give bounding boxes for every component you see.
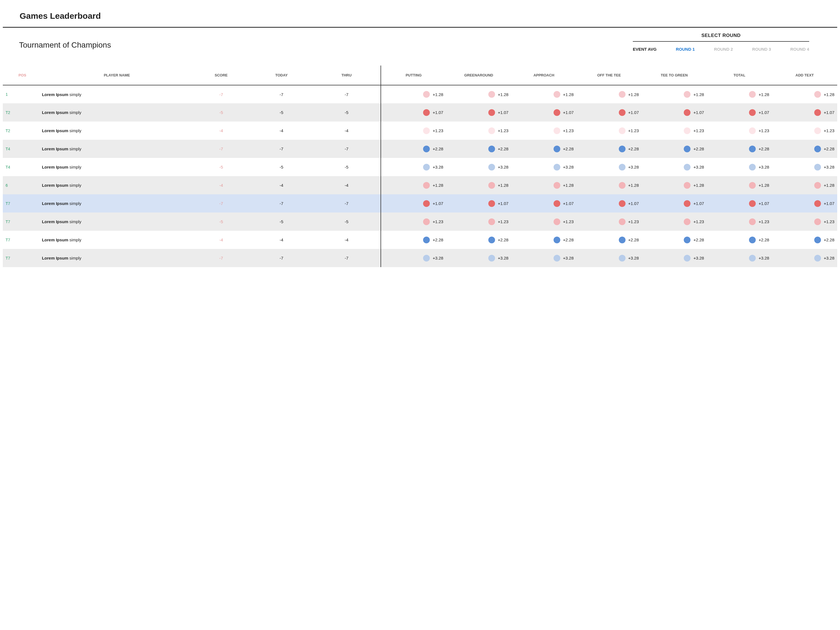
table-row[interactable]: T7Lorem Ipsum simply-7-7-7+3.28+3.28+3.2… <box>3 249 837 267</box>
cell-stat: +3.28 <box>642 158 707 176</box>
stat-value: +2.28 <box>628 147 639 151</box>
tournament-name: Tournament of Champions <box>19 41 111 50</box>
stat-value: +1.28 <box>824 183 834 188</box>
stat-dot-icon <box>488 109 495 116</box>
cell-score: -5 <box>192 103 251 122</box>
cell-pos: T7 <box>3 194 42 213</box>
stat-dot-icon <box>749 164 756 171</box>
cell-stat: +1.28 <box>707 176 772 194</box>
stat-value: +2.28 <box>758 147 769 151</box>
stat-dot-icon <box>684 182 690 189</box>
stat-dot-icon <box>423 127 430 134</box>
stat-value: +1.28 <box>824 92 834 97</box>
stat-dot-icon <box>488 237 495 243</box>
stat-dot-icon <box>684 127 690 134</box>
cell-thru: -4 <box>313 122 381 140</box>
stat-value: +1.28 <box>498 92 508 97</box>
stat-value: +1.07 <box>498 110 508 115</box>
cell-today: -7 <box>251 249 313 267</box>
cell-stat: +1.28 <box>381 85 446 103</box>
stat-value: +1.23 <box>563 128 574 133</box>
stat-value: +1.23 <box>433 128 443 133</box>
table-row[interactable]: T7Lorem Ipsum simply-4-4-4+2.28+2.28+2.2… <box>3 231 837 249</box>
stat-value: +1.23 <box>758 219 769 224</box>
stat-dot-icon <box>619 91 625 98</box>
stat-dot-icon <box>814 164 821 171</box>
round-tab-0[interactable]: EVENT AVG <box>633 47 657 52</box>
cell-stat: +1.23 <box>381 122 446 140</box>
cell-stat: +1.07 <box>381 103 446 122</box>
stat-value: +3.28 <box>433 256 443 261</box>
stat-value: +3.28 <box>824 256 834 261</box>
stat-value: +2.28 <box>693 237 704 242</box>
stat-dot-icon <box>554 145 560 152</box>
cell-stat: +1.28 <box>707 85 772 103</box>
cell-stat: +3.28 <box>707 249 772 267</box>
cell-today: -7 <box>251 140 313 158</box>
cell-stat: +1.23 <box>772 213 837 231</box>
round-tab-3[interactable]: ROUND 3 <box>752 47 771 52</box>
cell-stat: +1.07 <box>511 194 576 213</box>
stat-dot-icon <box>619 182 625 189</box>
stat-dot-icon <box>554 91 560 98</box>
table-row[interactable]: T7Lorem Ipsum simply-7-7-7+1.07+1.07+1.0… <box>3 194 837 213</box>
stat-value: +1.28 <box>628 183 639 188</box>
round-tab-1[interactable]: ROUND 1 <box>676 47 695 52</box>
page-rule <box>3 27 837 28</box>
col-today: TODAY <box>251 66 313 85</box>
cell-stat: +1.28 <box>446 85 511 103</box>
stat-value: +1.23 <box>824 219 834 224</box>
stat-value: +2.28 <box>824 237 834 242</box>
stat-value: +1.28 <box>693 92 704 97</box>
stat-dot-icon <box>488 127 495 134</box>
stat-dot-icon <box>423 145 430 152</box>
round-tab-2[interactable]: ROUND 2 <box>714 47 733 52</box>
stat-dot-icon <box>684 255 690 262</box>
table-row[interactable]: T4Lorem Ipsum simply-5-5-5+3.28+3.28+3.2… <box>3 158 837 176</box>
cell-stat: +3.28 <box>576 158 642 176</box>
cell-today: -5 <box>251 213 313 231</box>
cell-stat: +1.23 <box>576 213 642 231</box>
cell-stat: +3.28 <box>381 249 446 267</box>
table-row[interactable]: T2Lorem Ipsum simply-4-4-4+1.23+1.23+1.2… <box>3 122 837 140</box>
cell-stat: +1.23 <box>642 213 707 231</box>
col-score: SCORE <box>192 66 251 85</box>
cell-stat: +2.28 <box>446 140 511 158</box>
stat-dot-icon <box>488 145 495 152</box>
cell-stat: +1.23 <box>381 213 446 231</box>
stat-value: +2.28 <box>563 237 574 242</box>
cell-stat: +3.28 <box>446 158 511 176</box>
cell-thru: -7 <box>313 194 381 213</box>
cell-stat: +2.28 <box>707 140 772 158</box>
cell-stat: +1.07 <box>772 194 837 213</box>
cell-stat: +2.28 <box>772 140 837 158</box>
stat-value: +1.28 <box>433 183 443 188</box>
stat-dot-icon <box>554 127 560 134</box>
cell-player: Lorem Ipsum simply <box>42 103 192 122</box>
cell-score: -7 <box>192 249 251 267</box>
stat-value: +1.07 <box>693 110 704 115</box>
select-round-label: SELECT ROUND <box>633 30 809 41</box>
stat-dot-icon <box>488 91 495 98</box>
stat-value: +1.23 <box>498 219 508 224</box>
cell-stat: +1.28 <box>772 85 837 103</box>
stat-dot-icon <box>814 218 821 225</box>
stat-value: +2.28 <box>433 237 443 242</box>
round-tab-4[interactable]: ROUND 4 <box>790 47 809 52</box>
cell-thru: -5 <box>313 158 381 176</box>
stat-dot-icon <box>749 237 756 243</box>
cell-stat: +1.07 <box>772 103 837 122</box>
stat-value: +2.28 <box>563 147 574 151</box>
stat-dot-icon <box>619 218 625 225</box>
table-row[interactable]: T7Lorem Ipsum simply-5-5-5+1.23+1.23+1.2… <box>3 213 837 231</box>
table-row[interactable]: T2Lorem Ipsum simply-5-5-5+1.07+1.07+1.0… <box>3 103 837 122</box>
cell-player: Lorem Ipsum simply <box>42 231 192 249</box>
table-row[interactable]: T4Lorem Ipsum simply-7-7-7+2.28+2.28+2.2… <box>3 140 837 158</box>
stat-dot-icon <box>749 91 756 98</box>
stat-value: +2.28 <box>628 237 639 242</box>
cell-thru: -4 <box>313 231 381 249</box>
table-row[interactable]: 1Lorem Ipsum simply-7-7-7+1.28+1.28+1.28… <box>3 85 837 103</box>
cell-today: -5 <box>251 103 313 122</box>
table-row[interactable]: 6Lorem Ipsum simply-4-4-4+1.28+1.28+1.28… <box>3 176 837 194</box>
stat-value: +2.28 <box>433 147 443 151</box>
